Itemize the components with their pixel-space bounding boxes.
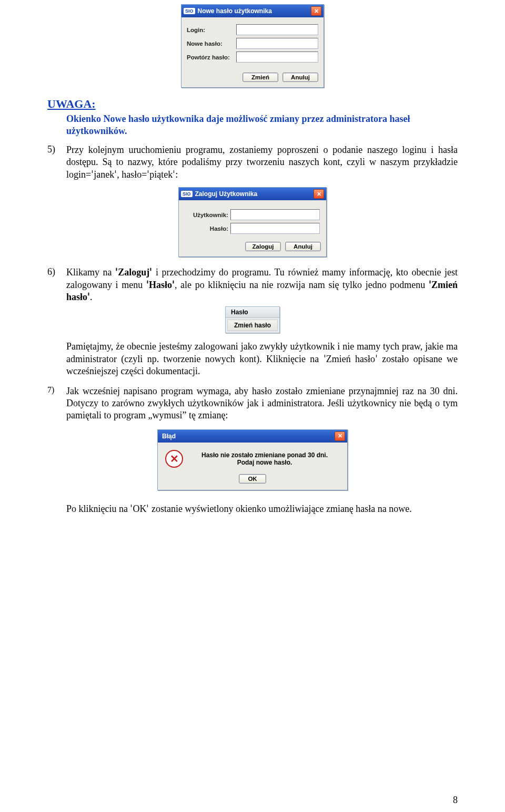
change-button[interactable]: Zmień <box>243 73 278 82</box>
dialog-title: Nowe hasło użytkownika <box>198 7 311 15</box>
final-paragraph: Po kliknięciu na ˈOKˈ zostanie wyświetlo… <box>66 503 458 515</box>
sio-badge: SIO <box>184 8 195 14</box>
page-number: 8 <box>453 795 458 806</box>
item5-number: 5) <box>47 144 66 181</box>
newpass-label: Nowe hasło: <box>187 40 236 47</box>
pass-label: Hasło: <box>185 225 230 232</box>
item7-number: 7) <box>47 385 66 422</box>
login-label: Login: <box>187 27 236 33</box>
item5-text: Przy kolejnym uruchomieniu programu, zos… <box>66 144 458 181</box>
ok-button[interactable]: OK <box>239 474 266 484</box>
login-input[interactable] <box>236 24 318 35</box>
attention-heading: UWAGA: <box>47 97 458 111</box>
user-input[interactable] <box>230 209 320 220</box>
error-message: Hasło nie zostało zmieniane ponad 30 dni… <box>189 451 340 466</box>
repeat-label: Powtórz hasło: <box>187 54 236 60</box>
para6b: Pamiętajmy, że obecnie jesteśmy zalogowa… <box>66 341 458 377</box>
dialog-title: Błąd <box>162 433 335 440</box>
login-button[interactable]: Zaloguj <box>245 242 281 251</box>
cancel-button[interactable]: Anuluj <box>282 73 318 82</box>
error-icon: ✕ <box>165 450 183 468</box>
sio-badge: SIO <box>181 191 193 197</box>
new-password-dialog: SIO Nowe hasło użytkownika ✕ Login: Nowe… <box>181 4 324 88</box>
item6-number: 6) <box>47 266 66 303</box>
close-icon[interactable]: ✕ <box>314 189 324 199</box>
menu-head[interactable]: Hasło <box>226 307 279 318</box>
error-dialog: Błąd ✕ ✕ Hasło nie zostało zmieniane pon… <box>157 429 348 490</box>
repeat-input[interactable] <box>236 52 318 63</box>
cancel-button[interactable]: Anuluj <box>285 242 321 251</box>
dialog-titlebar: SIO Zaloguj Użytkownika ✕ <box>179 188 326 200</box>
close-icon[interactable]: ✕ <box>311 6 321 16</box>
attention-text: Okienko Nowe hasło użytkownika daje możl… <box>66 113 458 137</box>
password-menu: Hasło Zmień hasło <box>225 306 280 333</box>
close-icon[interactable]: ✕ <box>335 431 345 441</box>
login-dialog: SIO Zaloguj Użytkownika ✕ Użytkownik: Ha… <box>178 187 327 257</box>
dialog-title: Zaloguj Użytkownika <box>195 190 314 198</box>
item7-text: Jak wcześniej napisano program wymaga, a… <box>66 385 458 422</box>
user-label: Użytkownik: <box>185 212 230 218</box>
menu-item-change-password[interactable]: Zmień hasło <box>227 320 278 331</box>
dialog-titlebar: Błąd ✕ <box>158 430 347 443</box>
newpass-input[interactable] <box>236 38 318 49</box>
dialog-titlebar: SIO Nowe hasło użytkownika ✕ <box>181 5 324 17</box>
pass-input[interactable] <box>230 223 320 234</box>
item6-text: Klikamy na ˈZalogujˈ i przechodzimy do p… <box>66 266 458 303</box>
